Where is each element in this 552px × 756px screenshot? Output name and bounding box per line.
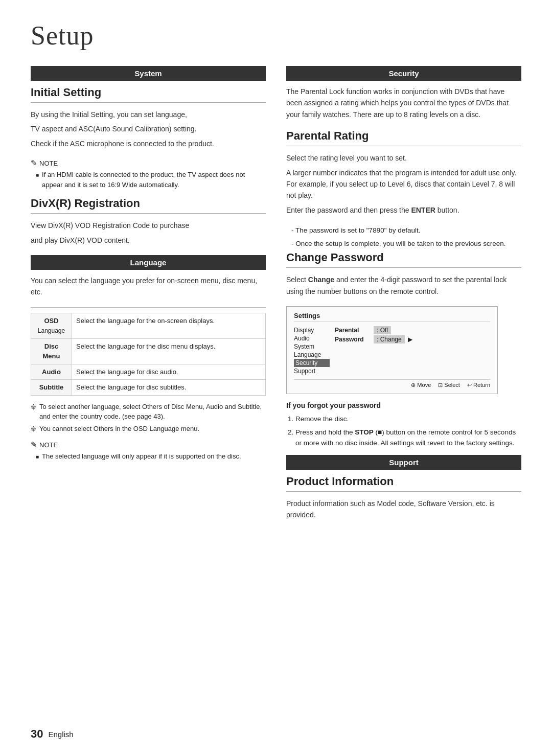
security-intro: The Parental Lock function works in conj… (286, 86, 521, 120)
ss-menu-security: Security (294, 359, 330, 367)
list-item: Press and hold the STOP (■) button on th… (295, 427, 521, 449)
change-password-title: Change Password (286, 251, 521, 268)
ss-footer: ⊕ Move ⊡ Select ↩ Return (294, 379, 490, 388)
divxr-body: View DivX(R) VOD Registration Code to pu… (31, 220, 266, 246)
divider-1 (31, 307, 266, 308)
security-header: Security (286, 66, 521, 81)
list-item: You cannot select Others in the OSD Lang… (31, 424, 266, 434)
language-header: Language (31, 255, 266, 270)
support-header: Support (286, 455, 521, 470)
settings-screenshot: Settings Display Audio System Language S… (286, 306, 498, 394)
list-item: To select another language, select Other… (31, 402, 266, 422)
initial-setting-body: By using the Initial Setting, you can se… (31, 109, 266, 149)
page-title: Setup (31, 20, 521, 51)
list-item: Remove the disc. (295, 414, 521, 425)
right-column: Security The Parental Lock function work… (286, 66, 521, 530)
table-cell-label: Audio (31, 364, 72, 380)
note-item-1: If an HDMI cable is connected to the pro… (36, 170, 266, 190)
parental-rating-body: Select the rating level you want to set.… (286, 152, 521, 216)
page-container: Setup System Initial Setting By using th… (0, 0, 552, 561)
dash-item-2: - Once the setup is complete, you will b… (286, 238, 521, 249)
forgot-password-title: If you forgot your password (286, 401, 521, 409)
language-table: OSD Language Select the language for the… (31, 313, 266, 396)
table-row: Audio Select the language for disc audio… (31, 364, 266, 380)
left-column: System Initial Setting By using the Init… (31, 66, 266, 530)
note-label-1: ✎ NOTE (31, 158, 266, 168)
table-cell-desc: Select the language for disc audio. (72, 364, 266, 380)
table-row: OSD Language Select the language for the… (31, 313, 266, 338)
ss-menu-audio: Audio (294, 334, 330, 342)
page-number-block: 30 English (31, 727, 74, 741)
table-cell-desc: Select the language for the on-screen di… (72, 313, 266, 338)
divxr-title: DivX(R) Registration (31, 197, 266, 214)
forgot-password-steps: Remove the disc. Press and hold the STOP… (286, 414, 521, 449)
ss-menu-support: Support (294, 367, 330, 375)
parental-rating-title: Parental Rating (286, 129, 521, 146)
page-number: 30 (31, 727, 43, 741)
table-cell-label: OSD Language (31, 313, 72, 338)
product-info-body: Product information such as Model code, … (286, 498, 521, 521)
dash-item-1: - The password is set to "7890" by defau… (286, 225, 521, 236)
bullet-list: To select another language, select Other… (31, 402, 266, 434)
divxr-section: DivX(R) Registration View DivX(R) VOD Re… (31, 197, 266, 246)
ss-return: ↩ Return (467, 382, 490, 388)
initial-setting-title: Initial Setting (31, 86, 266, 103)
ss-select: ⊡ Select (438, 382, 460, 388)
table-cell-label: Disc Menu (31, 338, 72, 364)
language-label: English (48, 730, 73, 739)
ss-content-parental: Parental : Off (335, 326, 490, 334)
note-block-1: ✎ NOTE If an HDMI cable is connected to … (31, 158, 266, 190)
ss-menu-display: Display (294, 326, 330, 334)
pencil-icon-1: ✎ (31, 158, 37, 168)
pencil-icon-2: ✎ (31, 440, 37, 449)
table-row: Subtitle Select the language for disc su… (31, 380, 266, 396)
ss-menu-language: Language (294, 351, 330, 359)
table-cell-desc: Select the language for disc subtitles. (72, 380, 266, 396)
note-block-2: ✎ NOTE The selected language will only a… (31, 440, 266, 462)
ss-content-password: Password : Change ▶ (335, 335, 490, 343)
system-header: System (31, 66, 266, 81)
ss-move: ⊕ Move (411, 382, 431, 388)
ss-menu-system: System (294, 342, 330, 351)
language-intro: You can select the language you prefer f… (31, 275, 266, 298)
table-cell-desc: Select the language for the disc menu di… (72, 338, 266, 364)
main-content: System Initial Setting By using the Init… (31, 66, 521, 530)
note-label-2: ✎ NOTE (31, 440, 266, 449)
table-cell-label: Subtitle (31, 380, 72, 396)
ss-row: Display Audio System Language Security S… (294, 326, 490, 375)
note-item-2: The selected language will only appear i… (36, 451, 266, 462)
product-info-title: Product Information (286, 475, 521, 492)
change-password-body: Select Change and enter the 4-digit pass… (286, 274, 521, 297)
table-row: Disc Menu Select the language for the di… (31, 338, 266, 364)
ss-menu: Display Audio System Language Security S… (294, 326, 330, 375)
ss-title: Settings (294, 312, 490, 322)
ss-content: Parental : Off Password : Change ▶ (335, 326, 490, 375)
